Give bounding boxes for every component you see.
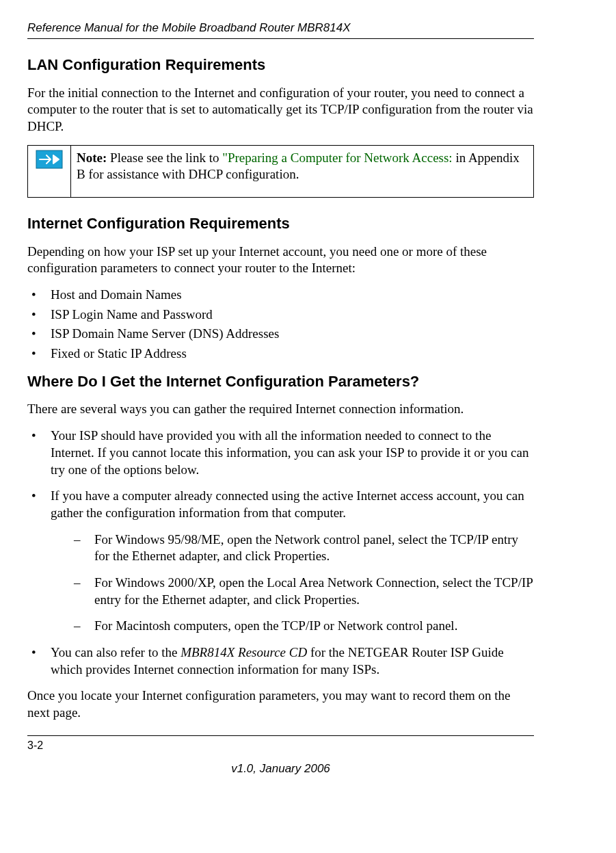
para-where-intro: There are several ways you can gather th… [27,401,534,418]
doc-version: v1.0, January 2006 [27,761,534,776]
list-item: Fixed or Static IP Address [27,345,534,363]
arrow-note-icon [36,150,63,169]
note-icon-cell [28,145,71,197]
note-pre: Please see the link to [107,150,222,165]
list-item: If you have a computer already connected… [27,488,534,635]
where-params-list: Your ISP should have provided you with a… [27,428,534,678]
list-item-text: If you have a computer already connected… [51,488,524,520]
b3-em: MBR814X Resource CD [180,645,307,659]
note-box: Note: Please see the link to "Preparing … [27,145,534,198]
sub-list: For Windows 95/98/ME, open the Network c… [51,532,534,635]
internet-params-list: Host and Domain Names ISP Login Name and… [27,287,534,363]
doc-header: Reference Manual for the Mobile Broadban… [27,21,534,36]
note-text-cell: Note: Please see the link to "Preparing … [71,145,534,197]
b3-pre: You can also refer to the [51,645,180,659]
list-item: Host and Domain Names [27,287,534,304]
page-number: 3-2 [27,739,534,753]
para-lan-config: For the initial connection to the Intern… [27,85,534,135]
para-internet-config: Depending on how your ISP set up your In… [27,244,534,277]
page-footer: 3-2 v1.0, January 2006 [27,735,534,776]
sub-list-item: For Windows 95/98/ME, open the Network c… [51,532,534,565]
note-label: Note: [77,150,107,165]
list-item: Your ISP should have provided you with a… [27,428,534,478]
heading-internet-config: Internet Configuration Requirements [27,214,534,234]
heading-where-params: Where Do I Get the Internet Configuratio… [27,372,534,392]
list-item: ISP Login Name and Password [27,306,534,324]
footer-rule [27,735,534,736]
heading-lan-config: LAN Configuration Requirements [27,55,534,75]
para-where-outro: Once you locate your Internet configurat… [27,687,534,721]
note-link[interactable]: "Preparing a Computer for Network Access… [222,150,452,165]
header-rule [27,38,534,39]
sub-list-item: For Macintosh computers, open the TCP/IP… [51,618,534,635]
sub-list-item: For Windows 2000/XP, open the Local Area… [51,575,534,608]
list-item: ISP Domain Name Server (DNS) Addresses [27,326,534,343]
list-item: You can also refer to the MBR814X Resour… [27,644,534,678]
